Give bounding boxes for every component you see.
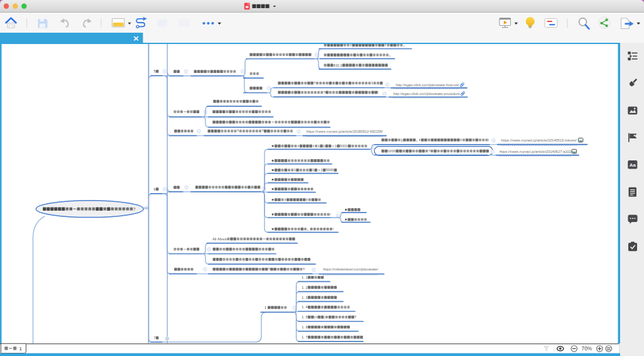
svg-text:https://news.mynavi.jp/article: https://news.mynavi.jp/article/20140513-… <box>501 138 577 142</box>
svg-text:833.3: 833.3 <box>334 64 342 67</box>
svg-text:http://egao-click.com/jidoutea: http://egao-click.com/jidouteate-procedu… <box>393 92 460 96</box>
svg-text:1.2: 1.2 <box>302 286 307 289</box>
svg-text:1: 1 <box>318 144 320 148</box>
svg-text:1: 1 <box>265 306 266 309</box>
svg-text:?: ? <box>237 129 239 133</box>
svg-text:7: 7 <box>154 336 156 340</box>
svg-text:5000: 5000 <box>340 144 348 148</box>
svg-text:3: 3 <box>371 81 373 85</box>
svg-text:1.7: 1.7 <box>302 335 307 339</box>
svg-text:): ) <box>324 315 325 319</box>
svg-text:70%: 70% <box>582 345 592 352</box>
svg-text:1: 1 <box>294 168 296 172</box>
svg-text:?: ? <box>133 207 136 211</box>
svg-text:6: 6 <box>154 187 156 191</box>
svg-text:?: ? <box>354 315 356 319</box>
svg-text:?: ? <box>268 267 270 271</box>
svg-text:1000: 1000 <box>388 149 396 153</box>
svg-text:?: ? <box>262 129 264 133</box>
svg-text:?: ? <box>324 91 325 94</box>
svg-text:1.4: 1.4 <box>302 305 307 309</box>
svg-text:1.1: 1.1 <box>302 275 307 279</box>
svg-text:?: ? <box>428 149 430 153</box>
svg-text:http://egao-click.com/jidoutea: http://egao-click.com/jidouteate-how-old <box>396 83 459 87</box>
svg-text:1.6: 1.6 <box>302 325 307 329</box>
svg-text:Aa: Aa <box>630 162 636 168</box>
svg-text:?: ? <box>314 81 315 85</box>
svg-text:1: 1 <box>312 168 314 172</box>
svg-text:5000: 5000 <box>326 168 334 172</box>
svg-text:(=: (= <box>314 315 317 319</box>
svg-text:1: 1 <box>401 138 403 142</box>
svg-text:1: 1 <box>335 144 337 148</box>
svg-text:1: 1 <box>320 168 322 172</box>
svg-text:1.5: 1.5 <box>302 315 307 319</box>
svg-text:1: 1 <box>19 346 23 352</box>
svg-text:1: 1 <box>323 144 325 148</box>
svg-text:5: 5 <box>154 69 156 73</box>
svg-text:https://news.mynavi.jp/article: https://news.mynavi.jp/article/20180912-… <box>307 130 383 133</box>
svg-text:https://miledetravel.com/jidou: https://miledetravel.com/jidouteate/ <box>323 267 378 271</box>
svg-text:1.3: 1.3 <box>302 296 307 299</box>
svg-text:?: ? <box>303 267 305 271</box>
svg-text:All About: All About <box>212 237 227 241</box>
svg-text:https://news.mynavi.jp/article: https://news.mynavi.jp/article/20140627-… <box>499 150 572 153</box>
